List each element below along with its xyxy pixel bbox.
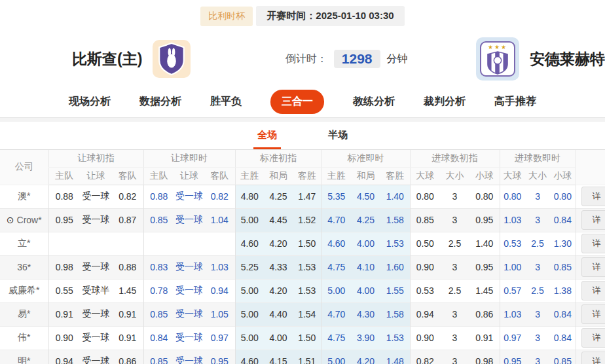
detail-button[interactable]: 详: [581, 187, 605, 206]
odds-cell: 3: [525, 208, 550, 232]
odds-cell: 1.50: [293, 232, 321, 255]
company-name: 36*: [17, 262, 31, 272]
odds-cell: 1.03: [204, 255, 235, 279]
odds-cell: 4.60: [235, 232, 264, 255]
company-name: 伟*: [18, 332, 30, 342]
soccer-ball-icon: ⊙: [7, 215, 14, 225]
odds-cell: 0.83: [143, 255, 174, 279]
detail-button[interactable]: 详: [581, 281, 605, 300]
odds-cell: 3: [440, 208, 469, 232]
odds-cell: 0.87: [112, 208, 143, 232]
sub-header: 小球: [469, 167, 500, 185]
odds-cell: 1.50: [293, 326, 321, 350]
odds-cell: 0.86: [112, 350, 143, 364]
group-header: 进球数即时: [500, 150, 576, 167]
nav-tab-5[interactable]: 教练分析: [353, 95, 395, 109]
odds-cell: 0.85: [410, 208, 440, 232]
odds-cell: 1.52: [293, 208, 321, 232]
subtabs: 全场半场: [0, 122, 605, 150]
subtab-2[interactable]: 半场: [324, 129, 352, 149]
odds-cell: 5.00: [235, 208, 264, 232]
odds-cell: 1.58: [380, 302, 410, 326]
odds-cell: 4.33: [264, 255, 293, 279]
odds-cell: 4.20: [351, 350, 380, 364]
odds-cell: 3: [525, 255, 550, 279]
odds-cell: 0.95: [469, 208, 500, 232]
odds-cell: 5.35: [321, 185, 351, 208]
detail-column-header: [576, 150, 605, 185]
odds-cell: 0.90: [410, 326, 440, 350]
group-header: 标准初指: [235, 150, 321, 167]
odds-cell: 2.5: [440, 232, 469, 255]
odds-cell: 5.25: [235, 255, 264, 279]
odds-cell: 0.95: [469, 255, 500, 279]
odds-cell: 1.38: [550, 279, 576, 302]
odds-cell: 0.94: [48, 350, 80, 364]
sub-header: 客队: [204, 167, 235, 185]
sub-header: 客胜: [380, 167, 410, 185]
odds-cell: 1.00: [500, 255, 525, 279]
nav-tab-6[interactable]: 裁判分析: [424, 95, 466, 109]
odds-cell: [143, 232, 174, 255]
detail-button[interactable]: 详: [581, 304, 605, 324]
odds-cell: 受一球: [80, 208, 112, 232]
nav-tab-1[interactable]: 现场分析: [69, 95, 111, 109]
away-team: ★★★ 安德莱赫特: [476, 37, 605, 81]
odds-cell: 受一球: [174, 185, 204, 208]
odds-row: 36*0.98受一球0.880.83受一球1.035.254.331.534.7…: [0, 255, 605, 279]
company-name: 明*: [18, 355, 30, 364]
odds-cell: 4.70: [321, 208, 351, 232]
detail-button[interactable]: 详: [581, 234, 605, 253]
odds-cell: 0.85: [143, 350, 174, 364]
odds-cell: 4.15: [264, 350, 293, 364]
odds-cell: 4.75: [321, 255, 351, 279]
away-shield-icon: ★★★: [480, 41, 515, 77]
odds-cell: 受一球: [174, 326, 204, 350]
odds-cell: 5.00: [235, 279, 264, 302]
odds-cell: 1.55: [380, 279, 410, 302]
odds-cell: 3: [525, 302, 550, 326]
odds-cell: 0.91: [112, 326, 143, 350]
odds-cell: [112, 232, 143, 255]
odds-cell: 3: [525, 326, 550, 350]
table-body: 澳*0.88受一球0.820.88受一球0.824.804.251.475.35…: [0, 185, 605, 364]
odds-cell: 1.53: [380, 326, 410, 350]
odds-cell: 1.53: [380, 232, 410, 255]
odds-cell: 0.84: [143, 326, 174, 350]
odds-cell: 4.45: [264, 208, 293, 232]
odds-cell: 4.00: [351, 279, 380, 302]
league-badge[interactable]: 比利时杯: [200, 7, 253, 26]
company-name: 澳*: [18, 191, 30, 201]
sub-header: 让球: [80, 167, 112, 185]
odds-cell: 0.91: [48, 302, 80, 326]
odds-cell: 0.80: [500, 185, 525, 208]
subtab-1[interactable]: 全场: [253, 129, 281, 149]
odds-cell: 0.98: [48, 255, 80, 279]
odds-cell: 1.47: [293, 185, 321, 208]
detail-cell: 详: [576, 279, 605, 302]
match-header: 比斯查(主) 倒计时： 1298 分钟 ★★★: [0, 35, 605, 82]
kickoff-time-badge: 开赛时间：2025-01-10 03:30: [256, 6, 404, 26]
odds-cell: 5.00: [235, 326, 264, 350]
detail-button[interactable]: 详: [581, 210, 605, 230]
nav-tab-2[interactable]: 数据分析: [139, 95, 181, 109]
odds-cell: 3: [525, 185, 550, 208]
detail-button[interactable]: 详: [581, 328, 605, 348]
nav-tab-7[interactable]: 高手推荐: [494, 95, 536, 109]
company-cell: 易*: [0, 302, 48, 326]
detail-button[interactable]: 详: [581, 352, 605, 364]
nav-tab-3[interactable]: 胜平负: [210, 95, 242, 109]
nav-tab-4[interactable]: 三合一: [270, 90, 324, 114]
odds-cell: 2.5: [525, 232, 550, 255]
odds-cell: 4.25: [351, 208, 380, 232]
odds-cell: 0.84: [550, 326, 576, 350]
odds-cell: 1.53: [293, 255, 321, 279]
odds-cell: 1.51: [293, 350, 321, 364]
odds-cell: 0.85: [143, 208, 174, 232]
odds-cell: 0.85: [143, 302, 174, 326]
odds-cell: 0.88: [112, 255, 143, 279]
odds-row: ⊙Crow*0.95受一球0.870.85受一球1.045.004.451.52…: [0, 208, 605, 232]
detail-button[interactable]: 详: [581, 257, 605, 277]
detail-cell: 详: [576, 185, 605, 208]
odds-cell: 1.40: [380, 185, 410, 208]
